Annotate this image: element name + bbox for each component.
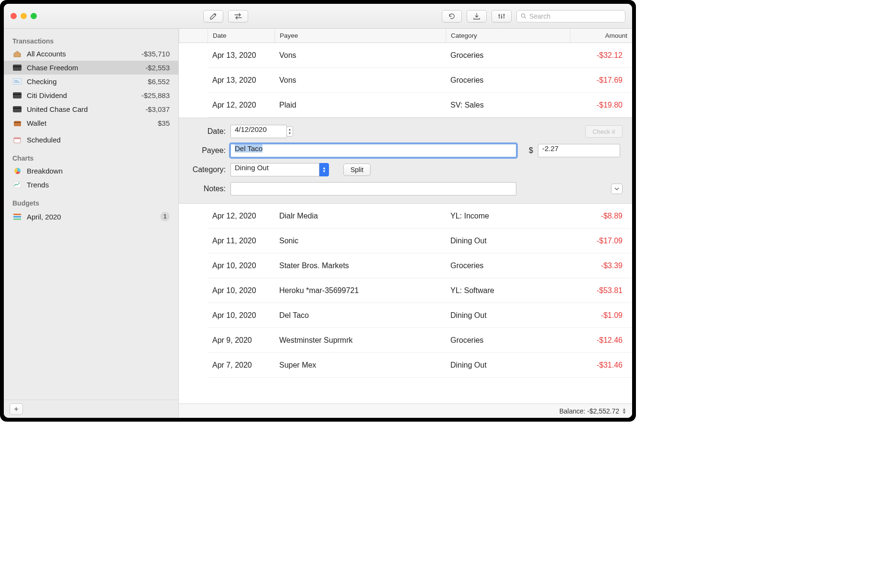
table-header: Date Payee Category Amount bbox=[179, 29, 632, 43]
transaction-editor: Date: 4/12/2020 ▲▼ Check # Payee: Del Ta… bbox=[179, 118, 632, 204]
currency-symbol: $ bbox=[529, 146, 533, 155]
titlebar bbox=[4, 4, 632, 29]
table-row[interactable]: Apr 13, 2020VonsGroceries-$32.12 bbox=[208, 43, 632, 68]
account-icon bbox=[12, 50, 22, 58]
close-icon[interactable] bbox=[11, 13, 17, 19]
sidebar-heading-transactions: Transactions bbox=[4, 34, 178, 47]
zoom-icon[interactable] bbox=[31, 13, 37, 19]
col-date[interactable]: Date bbox=[208, 29, 274, 43]
svg-rect-5 bbox=[13, 66, 22, 67]
main-panel: Date Payee Category Amount Apr 13, 2020V… bbox=[179, 29, 632, 418]
payee-input[interactable]: Del Taco bbox=[230, 144, 516, 157]
expand-toggle[interactable] bbox=[611, 184, 623, 194]
sidebar-item-account[interactable]: Chase Freedom-$2,553 bbox=[4, 61, 178, 75]
status-bar: Balance: -$2,552.72 ▲▼ bbox=[179, 403, 632, 418]
table-row[interactable]: Apr 10, 2020Heroku *mar-35699721YL: Soft… bbox=[208, 278, 632, 303]
table-row[interactable]: Apr 9, 2020Westminster SuprmrkGroceries-… bbox=[208, 328, 632, 353]
date-label: Date: bbox=[188, 127, 226, 136]
date-input[interactable]: 4/12/2020 bbox=[230, 125, 287, 138]
notes-label: Notes: bbox=[188, 185, 226, 193]
col-payee[interactable]: Payee bbox=[274, 29, 446, 43]
notes-input[interactable] bbox=[230, 182, 516, 196]
sidebar-item-breakdown[interactable]: Breakdown bbox=[4, 164, 178, 178]
balance-stepper-icon[interactable]: ▲▼ bbox=[622, 408, 626, 414]
svg-point-0 bbox=[499, 14, 500, 16]
chevron-updown-icon: ▲▼ bbox=[319, 163, 329, 176]
category-label: Category: bbox=[188, 165, 226, 174]
svg-rect-9 bbox=[13, 106, 22, 112]
sidebar-item-budget[interactable]: April, 2020 1 bbox=[4, 209, 178, 224]
col-amount[interactable]: Amount bbox=[570, 29, 632, 43]
table-row[interactable]: Apr 7, 2020Super MexDining Out-$31.46 bbox=[208, 353, 632, 378]
minimize-icon[interactable] bbox=[21, 13, 27, 19]
search-icon bbox=[521, 13, 526, 19]
svg-rect-17 bbox=[13, 216, 21, 218]
refresh-button[interactable] bbox=[442, 10, 462, 22]
sidebar-item-account[interactable]: Wallet$35 bbox=[4, 116, 178, 130]
sidebar-heading-charts: Charts bbox=[4, 152, 178, 164]
table-row[interactable]: Apr 12, 2020PlaidSV: Sales-$19.80 bbox=[208, 93, 632, 118]
table-row[interactable]: Apr 12, 2020Dialr MediaYL: Income-$8.89 bbox=[208, 204, 632, 229]
import-button[interactable] bbox=[467, 10, 487, 22]
sidebar-item-account[interactable]: United Chase Card-$3,037 bbox=[4, 102, 178, 116]
search-input[interactable] bbox=[529, 12, 621, 20]
col-category[interactable]: Category bbox=[446, 29, 570, 43]
svg-point-2 bbox=[503, 14, 505, 15]
window-controls bbox=[11, 13, 37, 19]
svg-point-3 bbox=[521, 14, 525, 17]
account-icon bbox=[12, 120, 22, 127]
svg-rect-13 bbox=[14, 138, 21, 139]
pie-chart-icon bbox=[12, 167, 22, 175]
table-row[interactable]: Apr 10, 2020Stater Bros. MarketsGrocerie… bbox=[208, 253, 632, 278]
search-field[interactable] bbox=[516, 10, 625, 22]
svg-rect-8 bbox=[13, 94, 22, 95]
payee-label: Payee: bbox=[188, 146, 226, 155]
budget-icon bbox=[12, 213, 22, 220]
account-icon bbox=[12, 64, 22, 72]
svg-rect-16 bbox=[13, 214, 21, 215]
calendar-icon bbox=[12, 136, 22, 144]
split-button[interactable]: Split bbox=[343, 163, 371, 176]
sidebar: Transactions All Accounts-$35,710Chase F… bbox=[4, 29, 179, 418]
app-window: Transactions All Accounts-$35,710Chase F… bbox=[4, 4, 632, 418]
account-icon bbox=[12, 78, 22, 86]
sidebar-item-account[interactable]: All Accounts-$35,710 bbox=[4, 47, 178, 61]
account-icon bbox=[12, 106, 22, 113]
line-chart-icon bbox=[12, 181, 22, 189]
svg-rect-7 bbox=[13, 92, 22, 98]
table-row[interactable]: Apr 10, 2020Del TacoDining Out-$1.09 bbox=[208, 303, 632, 328]
svg-rect-6 bbox=[13, 78, 22, 85]
table-row[interactable]: Apr 13, 2020VonsGroceries-$17.69 bbox=[208, 68, 632, 93]
account-icon bbox=[12, 92, 22, 99]
svg-rect-4 bbox=[13, 65, 22, 71]
sidebar-item-scheduled[interactable]: Scheduled bbox=[4, 133, 178, 147]
svg-point-1 bbox=[501, 16, 503, 18]
sidebar-item-trends[interactable]: Trends bbox=[4, 178, 178, 192]
svg-rect-18 bbox=[13, 218, 21, 220]
compose-button[interactable] bbox=[203, 10, 223, 22]
check-number-input[interactable]: Check # bbox=[585, 125, 623, 138]
adjust-button[interactable] bbox=[492, 10, 512, 22]
svg-rect-11 bbox=[14, 122, 21, 123]
transfer-button[interactable] bbox=[228, 10, 248, 22]
svg-rect-10 bbox=[13, 108, 22, 109]
add-button[interactable]: + bbox=[10, 403, 23, 415]
chevron-down-icon bbox=[614, 187, 619, 190]
date-stepper[interactable]: ▲▼ bbox=[286, 126, 293, 137]
sidebar-heading-budgets: Budgets bbox=[4, 196, 178, 209]
category-select[interactable]: Dining Out ▲▼ bbox=[230, 163, 329, 176]
sidebar-item-account[interactable]: Citi Dividend-$25,883 bbox=[4, 88, 178, 102]
budget-badge: 1 bbox=[160, 212, 170, 221]
amount-input[interactable]: -2.27 bbox=[538, 144, 620, 157]
sidebar-item-account[interactable]: Checking$6,552 bbox=[4, 75, 178, 88]
table-row[interactable]: Apr 11, 2020SonicDining Out-$17.09 bbox=[208, 229, 632, 253]
balance-label: Balance: -$2,552.72 bbox=[559, 407, 619, 415]
